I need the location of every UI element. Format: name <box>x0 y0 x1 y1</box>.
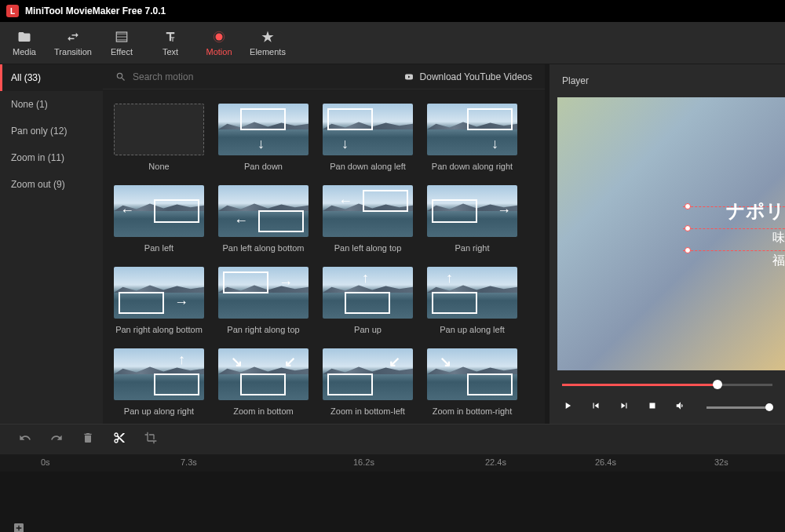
motion-thumb[interactable]: ↑Pan up along right <box>114 348 204 416</box>
tab-media[interactable]: Media <box>0 22 49 64</box>
timeline-ruler[interactable]: 0s7.3s16.2s22.4s26.4s32s <box>0 454 785 472</box>
undo-button[interactable] <box>19 432 31 447</box>
motion-thumb[interactable]: ←Pan left along top <box>323 185 413 253</box>
tab-label: Transition <box>54 47 92 56</box>
ruler-mark: 32s <box>714 457 728 467</box>
progress-fill <box>562 384 717 386</box>
category-pan-only[interactable]: Pan only (12) <box>0 118 103 144</box>
motion-label: Pan left along bottom <box>223 243 305 253</box>
motion-thumb[interactable]: ↓Pan down <box>218 104 309 171</box>
motion-label: Pan down along right <box>432 162 513 171</box>
motion-label: Pan down along left <box>330 162 406 171</box>
ruler-mark: 7.3s <box>181 457 197 467</box>
motion-label: Pan left <box>144 243 173 253</box>
tab-label: Elements <box>250 47 286 56</box>
redo-button[interactable] <box>50 432 63 447</box>
app-logo: L <box>6 5 19 17</box>
motion-thumb[interactable]: →Pan right along top <box>218 267 309 334</box>
elements-icon <box>261 30 275 44</box>
motion-preview: ↑ <box>323 267 413 319</box>
motion-preview: ↙ <box>323 348 413 400</box>
motion-thumb[interactable]: ↓Pan down along left <box>323 104 413 171</box>
motion-thumb[interactable]: ←Pan left <box>114 185 204 253</box>
category-zoom-out[interactable]: Zoom out (9) <box>0 171 103 198</box>
motion-preview <box>114 104 204 155</box>
motion-preview: ↓ <box>427 104 517 155</box>
subtitle-line2: 味 <box>726 230 785 246</box>
subtitle-line3: 福 <box>726 253 785 269</box>
crop-button[interactable] <box>144 432 157 447</box>
ruler-mark: 26.4s <box>595 457 616 467</box>
tab-elements[interactable]: Elements <box>243 22 292 64</box>
delete-button[interactable] <box>82 432 94 447</box>
tab-text[interactable]: Text <box>146 22 195 64</box>
motion-label: Zoom in bottom-right <box>433 406 512 416</box>
player-panel: Player ナポリ 味 福 <box>550 64 785 424</box>
category-none[interactable]: None (1) <box>0 91 103 118</box>
category-all[interactable]: All (33) <box>0 64 103 91</box>
effect-icon <box>115 30 129 44</box>
resize-handle[interactable] <box>685 225 691 231</box>
next-button[interactable] <box>619 400 630 414</box>
tab-motion[interactable]: Motion <box>195 22 243 64</box>
motion-label: Pan down <box>244 162 283 171</box>
stop-button[interactable] <box>647 400 658 414</box>
category-zoom-in[interactable]: Zoom in (11) <box>0 144 103 171</box>
ruler-mark: 0s <box>41 457 50 467</box>
motion-thumb[interactable]: ↓Pan down along right <box>427 104 517 171</box>
timeline-track[interactable] <box>0 472 785 532</box>
main-area: All (33) None (1) Pan only (12) Zoom in … <box>0 64 785 424</box>
resize-handle[interactable] <box>685 247 691 253</box>
svg-point-1 <box>216 33 223 40</box>
resize-handle[interactable] <box>685 203 691 210</box>
search-input[interactable] <box>133 71 396 82</box>
volume-knob[interactable] <box>765 403 773 411</box>
download-youtube-link[interactable]: Download YouTube Videos <box>403 71 532 82</box>
player-title: Player <box>550 64 785 97</box>
motion-preview: ↓ <box>218 104 309 155</box>
motion-preview: → <box>218 267 309 319</box>
preview-viewport[interactable]: ナポリ 味 福 <box>557 97 785 370</box>
volume-slider[interactable] <box>706 406 769 409</box>
motion-preview: → <box>114 267 204 319</box>
motion-thumb[interactable]: ↘↙Zoom in bottom <box>218 348 309 416</box>
motion-thumb[interactable]: ↑Pan up along left <box>427 267 517 334</box>
progress-knob[interactable] <box>713 380 722 389</box>
timeline-toolbar <box>0 425 785 454</box>
search-bar: Download YouTube Videos <box>103 64 545 89</box>
motion-label: None <box>148 162 169 171</box>
motion-thumb[interactable]: →Pan right along bottom <box>114 267 204 334</box>
prev-button[interactable] <box>590 400 601 414</box>
motion-label: Pan up along right <box>124 406 194 416</box>
add-layer-icon[interactable] <box>13 522 25 532</box>
split-button[interactable] <box>113 432 126 447</box>
category-list: All (33) None (1) Pan only (12) Zoom in … <box>0 64 103 424</box>
tab-transition[interactable]: Transition <box>49 22 97 64</box>
timeline-panel: 0s7.3s16.2s22.4s26.4s32s <box>0 424 785 532</box>
motion-thumb[interactable]: →Pan right <box>427 185 517 253</box>
motion-label: Pan left along top <box>334 243 402 253</box>
tab-label: Effect <box>111 47 133 56</box>
motion-preview: ↘↙ <box>218 348 309 400</box>
volume-button[interactable] <box>675 400 686 414</box>
motion-preview: ↘ <box>427 348 517 400</box>
play-button[interactable] <box>562 400 573 414</box>
search-icon <box>115 71 126 82</box>
player-progress[interactable] <box>562 380 772 391</box>
preview-subtitle[interactable]: ナポリ 味 福 <box>726 199 785 269</box>
motion-thumb[interactable]: ←Pan left along bottom <box>218 185 309 253</box>
motion-thumb[interactable]: ↘Zoom in bottom-right <box>427 348 517 416</box>
folder-icon <box>17 30 31 44</box>
motion-label: Zoom in bottom-left <box>330 406 405 416</box>
motion-preview: ← <box>323 185 413 237</box>
motion-label: Pan right along top <box>227 325 299 334</box>
motion-thumb[interactable]: None <box>114 104 204 171</box>
transition-icon <box>66 30 80 44</box>
motion-grid[interactable]: None↓Pan down↓Pan down along left↓Pan do… <box>103 89 545 424</box>
motion-label: Pan right along bottom <box>115 325 203 334</box>
motion-thumb[interactable]: ↑Pan up <box>323 267 413 334</box>
tab-effect[interactable]: Effect <box>97 22 146 64</box>
player-controls <box>550 391 785 424</box>
motion-thumb[interactable]: ↙Zoom in bottom-left <box>323 348 413 416</box>
subtitle-line1: ナポリ <box>726 199 785 224</box>
